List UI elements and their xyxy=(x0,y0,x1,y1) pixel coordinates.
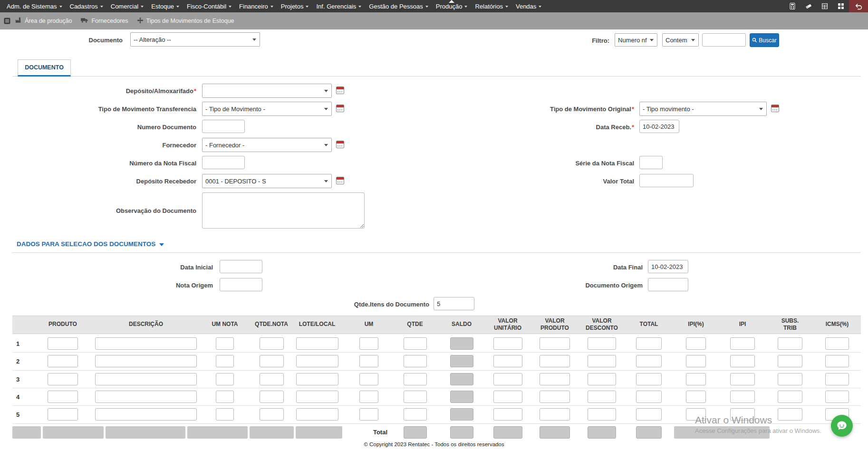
grid-cell-valor_desconto-row2[interactable] xyxy=(588,355,616,367)
grid-cell-qtde-row1[interactable] xyxy=(404,337,427,350)
grid-cell-um_nota-row5[interactable] xyxy=(216,408,234,421)
grid-cell-um-row4[interactable] xyxy=(359,391,378,403)
menu-item-projetos[interactable]: Projetos xyxy=(277,0,313,12)
grid-cell-um_nota-row2[interactable] xyxy=(216,355,234,367)
grid-cell-icms_pct-row4[interactable] xyxy=(825,391,849,403)
grid-cell-valor_desconto-row4[interactable] xyxy=(588,391,616,403)
buscar-button[interactable]: Buscar xyxy=(750,33,779,47)
grid-cell-valor_desconto-row5[interactable] xyxy=(588,408,616,421)
chat-button[interactable] xyxy=(831,415,853,437)
section-dados-selecao-header[interactable]: DADOS PARA SELECAO DOS DOCUMENTOS xyxy=(17,240,164,248)
grid-cell-um_nota-row1[interactable] xyxy=(216,337,234,350)
grid-cell-subs_trib-row2[interactable] xyxy=(778,355,802,367)
grid-cell-um-row2[interactable] xyxy=(359,355,378,367)
documento-select-control[interactable]: -- Alteração -- xyxy=(130,32,260,47)
filter-operator-select[interactable]: Contem xyxy=(662,33,699,47)
grid-cell-qtde-row3[interactable] xyxy=(404,373,427,385)
menu-item-adm-de-sistemas[interactable]: Adm. de Sistemas xyxy=(3,0,66,12)
menu-item-gestao-de-pessoas[interactable]: Gestão de Pessoas xyxy=(365,0,432,12)
menu-item-inf-gerenciais[interactable]: Inf. Gerenciais xyxy=(312,0,365,12)
menu-item-producao[interactable]: Produção xyxy=(432,0,472,12)
grid-cell-lote_local-row1[interactable] xyxy=(296,337,338,350)
observacao-textarea[interactable] xyxy=(202,192,365,229)
grid-cell-valor_desconto-row3[interactable] xyxy=(588,373,616,385)
add-record-icon[interactable] xyxy=(771,105,779,112)
grid-cell-um-row1[interactable] xyxy=(359,337,378,350)
grid-cell-descricao-row1[interactable] xyxy=(95,337,197,350)
documento-origem-input[interactable] xyxy=(648,278,688,291)
grid-cell-valor_unitario-row1[interactable] xyxy=(493,337,522,350)
nota-origem-input[interactable] xyxy=(220,278,262,291)
grid-cell-lote_local-row4[interactable] xyxy=(296,391,338,403)
grid-cell-ipi-row4[interactable] xyxy=(730,391,755,403)
grid-cell-ipi_pct-row2[interactable] xyxy=(686,355,706,367)
grid-cell-um-row5[interactable] xyxy=(359,408,378,421)
calculator-icon[interactable] xyxy=(784,0,800,12)
grid-cell-icms_pct-row1[interactable] xyxy=(825,337,849,350)
grid-cell-valor_unitario-row2[interactable] xyxy=(493,355,522,367)
add-record-icon[interactable] xyxy=(336,105,344,112)
panel-icon[interactable] xyxy=(4,18,10,24)
grid-cell-descricao-row4[interactable] xyxy=(95,391,197,403)
numero-nota-fiscal-input[interactable] xyxy=(202,156,245,169)
grid-cell-ipi-row1[interactable] xyxy=(730,337,755,350)
grid-cell-ipi_pct-row4[interactable] xyxy=(686,391,706,403)
grid-cell-subs_trib-row3[interactable] xyxy=(778,373,802,385)
grid-cell-qtde_nota-row2[interactable] xyxy=(260,355,284,367)
grid-cell-valor_produto-row3[interactable] xyxy=(540,373,570,385)
grid-cell-valor_produto-row5[interactable] xyxy=(540,408,570,421)
breadcrumb-fornecedores[interactable]: Fornecedores xyxy=(80,17,128,25)
grid-cell-subs_trib-row4[interactable] xyxy=(778,391,802,403)
grid-cell-lote_local-row2[interactable] xyxy=(296,355,338,367)
grid-cell-descricao-row5[interactable] xyxy=(95,408,197,421)
grid-cell-ipi-row3[interactable] xyxy=(730,373,755,385)
grid-cell-valor_produto-row1[interactable] xyxy=(540,337,570,350)
menu-item-comercial[interactable]: Comercial xyxy=(107,0,148,12)
tipo-movimento-transferencia-select[interactable]: - Tipo de Movimento - xyxy=(202,102,332,116)
grid-cell-total-row3[interactable] xyxy=(636,373,662,385)
data-receb-input[interactable] xyxy=(639,120,679,133)
serie-nota-fiscal-input[interactable] xyxy=(639,156,663,169)
tipo-movimento-original-select[interactable]: - Tipo movimento - xyxy=(639,102,767,116)
grid-cell-valor_unitario-row4[interactable] xyxy=(493,391,522,403)
deposito-recebedor-select[interactable]: 0001 - DEPOSITO - S xyxy=(202,174,332,188)
grid-cell-um-row3[interactable] xyxy=(359,373,378,385)
grid-cell-total-row4[interactable] xyxy=(636,391,662,403)
grid-cell-qtde_nota-row1[interactable] xyxy=(260,337,284,350)
apps-grid-icon[interactable] xyxy=(833,0,849,12)
grid-cell-ipi-row2[interactable] xyxy=(730,355,755,367)
grid-cell-valor_produto-row2[interactable] xyxy=(540,355,570,367)
eraser-icon[interactable] xyxy=(800,0,817,12)
documento-select[interactable]: -- Alteração -- xyxy=(130,32,260,47)
grid-cell-produto-row5[interactable] xyxy=(48,408,78,421)
deposito-almoxarifado-select-control[interactable] xyxy=(202,84,332,98)
grid-cell-produto-row4[interactable] xyxy=(48,391,78,403)
add-record-icon[interactable] xyxy=(336,86,344,94)
menu-item-vendas[interactable]: Vendas xyxy=(512,0,545,12)
grid-cell-descricao-row3[interactable] xyxy=(95,373,197,385)
numero-documento-input[interactable] xyxy=(202,120,245,133)
menu-item-estoque[interactable]: Estoque xyxy=(147,0,183,12)
grid-cell-qtde_nota-row4[interactable] xyxy=(260,391,284,403)
grid-cell-total-row1[interactable] xyxy=(636,337,662,350)
grid-cell-valor_desconto-row1[interactable] xyxy=(588,337,616,350)
deposito-almoxarifado-select[interactable] xyxy=(202,84,332,98)
grid-cell-qtde_nota-row3[interactable] xyxy=(260,373,284,385)
grid-cell-icms_pct-row2[interactable] xyxy=(825,355,849,367)
grid-cell-valor_produto-row4[interactable] xyxy=(540,391,570,403)
menu-item-cadastros[interactable]: Cadastros xyxy=(66,0,107,12)
valor-total-input[interactable] xyxy=(639,174,694,187)
add-record-icon[interactable] xyxy=(336,177,344,184)
tipo-movimento-transferencia-select-control[interactable]: - Tipo de Movimento - xyxy=(202,102,332,116)
breadcrumb-tipos-de-movimentos[interactable]: Tipos de Movimentos de Estoque xyxy=(137,17,234,25)
grid-cell-valor_unitario-row5[interactable] xyxy=(493,408,522,421)
grid-cell-total-row5[interactable] xyxy=(636,408,662,421)
grid-cell-lote_local-row5[interactable] xyxy=(296,408,338,421)
grid-cell-descricao-row2[interactable] xyxy=(95,355,197,367)
grid-cell-lote_local-row3[interactable] xyxy=(296,373,338,385)
filter-field-select[interactable]: Numero nf xyxy=(615,33,657,47)
grid-cell-um_nota-row4[interactable] xyxy=(216,391,234,403)
tab-documento[interactable]: DOCUMENTO xyxy=(18,59,71,77)
grid-cell-produto-row1[interactable] xyxy=(48,337,78,350)
grid-cell-qtde-row2[interactable] xyxy=(404,355,427,367)
